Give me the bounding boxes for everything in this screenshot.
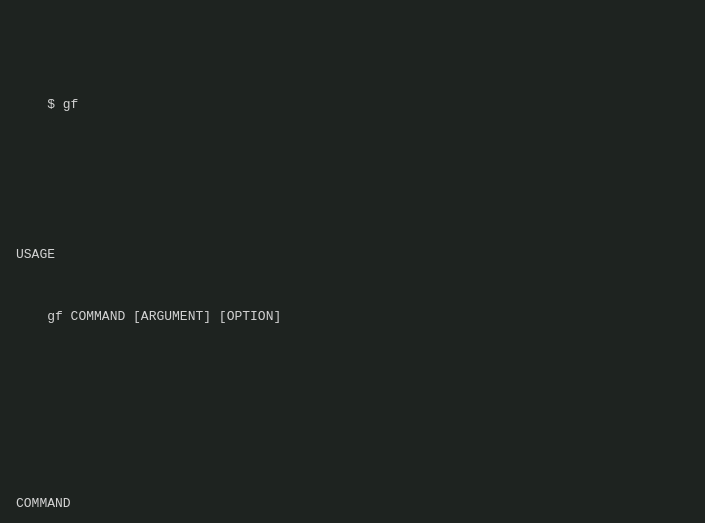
command-label: COMMAND xyxy=(16,494,689,515)
terminal-window: $ gf USAGE gf COMMAND [ARGUMENT] [OPTION… xyxy=(16,12,689,523)
prompt-line: $ gf xyxy=(16,74,689,136)
usage-label: USAGE xyxy=(16,245,689,266)
usage-cmd: gf COMMAND [ARGUMENT] [OPTION] xyxy=(16,307,689,328)
usage-section: USAGE gf COMMAND [ARGUMENT] [OPTION] xyxy=(16,203,689,369)
prompt-text: $ gf xyxy=(47,97,78,112)
command-section: COMMAND envshow current Golang environme… xyxy=(16,444,689,523)
